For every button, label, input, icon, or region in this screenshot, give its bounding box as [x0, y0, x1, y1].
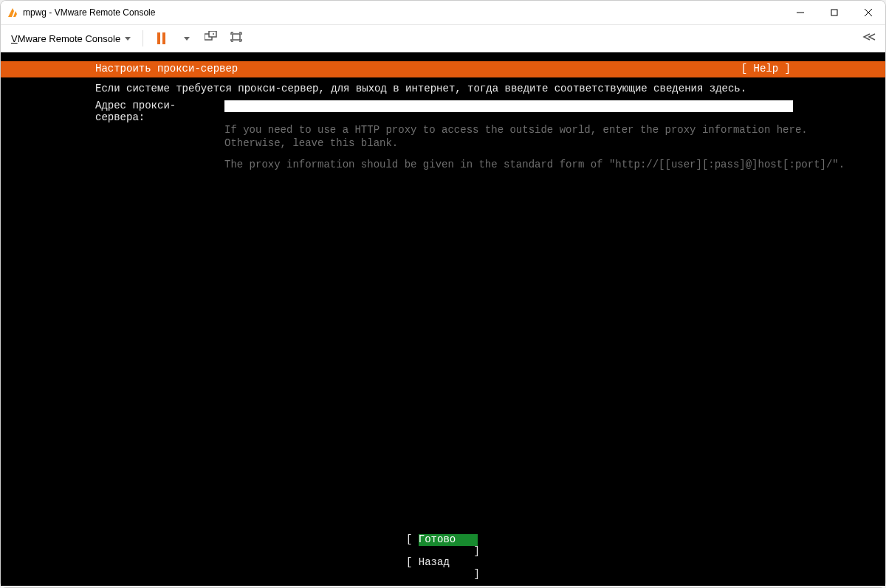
button-bar: [ Готово ] [ Назад ] — [1, 534, 885, 580]
help-button[interactable]: [ Help ] — [741, 63, 791, 75]
svg-rect-1 — [831, 10, 837, 15]
pause-dropdown[interactable] — [176, 28, 196, 49]
send-ctrl-alt-del-button[interactable] — [201, 28, 222, 49]
drawer-icon — [862, 32, 876, 45]
vm-console[interactable]: Настроить прокси-сервер [ Help ] Если си… — [1, 61, 885, 586]
instruction-text: Если системе требуется прокси-сервер, дл… — [1, 77, 885, 94]
app-icon — [7, 7, 18, 18]
proxy-input[interactable] — [224, 100, 793, 112]
pause-icon — [157, 32, 165, 44]
proxy-row: Адрес прокси-сервера: — [1, 94, 885, 123]
header-title: Настроить прокси-сервер — [95, 63, 238, 75]
fullscreen-button[interactable] — [226, 28, 247, 49]
menu-label-rest: Mware Remote Console — [18, 33, 120, 44]
minimize-button[interactable] — [783, 1, 817, 24]
fullscreen-icon — [230, 31, 243, 46]
console-top-border — [1, 52, 885, 61]
titlebar[interactable]: mpwg - VMware Remote Console — [1, 1, 885, 24]
toolbar: VMware Remote Console — [1, 24, 885, 52]
proxy-label: Адрес прокси-сервера: — [95, 100, 224, 123]
chevron-down-icon — [184, 37, 190, 41]
done-button[interactable]: [ Готово ] — [405, 534, 481, 557]
app-window: mpwg - VMware Remote Console VMware Remo… — [0, 0, 886, 588]
close-button[interactable] — [851, 1, 885, 24]
chevron-down-icon — [125, 37, 131, 41]
drawer-button[interactable] — [859, 28, 879, 49]
pause-button[interactable] — [151, 28, 171, 49]
console-menu-button[interactable]: VMware Remote Console — [7, 30, 135, 47]
svg-rect-6 — [233, 34, 240, 40]
maximize-button[interactable] — [817, 1, 851, 24]
back-button[interactable]: [ Назад ] — [405, 557, 481, 580]
cad-icon — [205, 31, 218, 46]
installer-header: Настроить прокси-сервер [ Help ] — [1, 61, 885, 77]
hint-line-3: The proxy information should be given in… — [1, 149, 885, 170]
hint-line-1: If you need to use a HTTP proxy to acces… — [1, 123, 885, 136]
window-title: mpwg - VMware Remote Console — [23, 7, 155, 18]
hint-line-2: Otherwise, leave this blank. — [1, 136, 885, 149]
separator — [142, 30, 143, 46]
